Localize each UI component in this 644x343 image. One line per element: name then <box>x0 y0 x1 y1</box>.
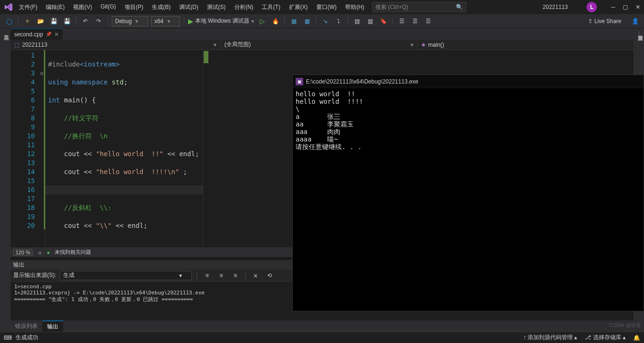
output-source-select[interactable]: 生成 <box>60 271 192 280</box>
zoom-select[interactable]: 120 % <box>13 249 33 256</box>
output-source-label: 显示输出来源(S): <box>13 271 56 279</box>
method-icon: ◈ <box>421 42 425 48</box>
menu-debug[interactable]: 调试(D) <box>177 2 200 12</box>
start-debug-button[interactable]: ▶ 本地 Windows 调试器 ▾ <box>188 17 254 25</box>
new-item-icon[interactable]: ✧ <box>22 16 33 26</box>
menu-help[interactable]: 帮助(H) <box>343 2 366 12</box>
menu-extensions[interactable]: 扩展(X) <box>287 2 310 12</box>
file-tab-second[interactable]: second.cpp 📌 ✕ <box>10 28 63 40</box>
maximize-button[interactable]: ▢ <box>623 4 628 10</box>
search-placeholder: 搜索 (Ctrl+Q) <box>375 3 408 11</box>
solution-name: 20221113 <box>543 4 568 10</box>
output-tab[interactable]: 输出 <box>42 320 63 332</box>
avatar[interactable]: L <box>586 2 597 12</box>
step-over-icon[interactable]: ⤵ <box>333 16 344 26</box>
tb-icon-3[interactable]: ☰ <box>396 16 407 26</box>
tb-icon-5[interactable]: ☰ <box>423 16 433 26</box>
scm-button[interactable]: ↑ 添加到源代码管理 ▴ <box>523 334 578 342</box>
comment-icon[interactable]: ▤ <box>352 16 362 26</box>
out-wrap-icon[interactable]: ⟲ <box>264 270 275 281</box>
errors-tab[interactable]: 错误列表 <box>10 320 42 332</box>
scroll-map[interactable] <box>203 50 209 247</box>
live-share-button[interactable]: ⇪ Live Share <box>588 18 621 25</box>
menu-analyze[interactable]: 分析(N) <box>232 2 256 12</box>
nav-function[interactable]: ◈main()▾ <box>418 40 644 50</box>
line-numbers: 1234567891011121314151617181920 <box>10 50 39 247</box>
menu-view[interactable]: 视图(V) <box>71 2 94 12</box>
title-bar: 文件(F) 编辑(E) 视图(V) Git(G) 项目(P) 生成(B) 调试(… <box>0 0 644 14</box>
file-close-icon[interactable]: ✕ <box>54 31 59 38</box>
status-bar: ⌨ 生成成功 ↑ 添加到源代码管理 ▴ ⎇ 选择存储库 ▴ 🔔 <box>0 332 644 343</box>
redo-icon[interactable]: ↷ <box>93 16 104 26</box>
window-controls: ─ ▢ ✕ <box>611 4 640 10</box>
search-box[interactable]: 搜索 (Ctrl+Q) 🔍 <box>372 2 466 12</box>
out-icon-3[interactable]: ≡ <box>230 270 240 281</box>
menu-window[interactable]: 窗口(W) <box>314 2 339 12</box>
bottom-tabs: 错误列表 输出 <box>10 320 644 332</box>
search-icon: 🔍 <box>456 4 463 10</box>
tb-icon-1[interactable]: ▦ <box>289 16 299 26</box>
out-icon-1[interactable]: ≡ <box>202 270 212 281</box>
repo-button[interactable]: ⎇ 选择存储库 ▴ <box>585 334 626 342</box>
check-icon: ● <box>47 250 50 255</box>
fold-column[interactable]: ⊟ <box>39 50 45 247</box>
console-output: hello world !! hello world !!!! \ a 张三 a… <box>293 88 644 311</box>
notification-icon[interactable]: 🔔 <box>633 335 640 341</box>
nav-bar: ⬚20221113▾ (全局范围)▾ ◈main()▾ <box>10 40 644 50</box>
hot-reload-icon[interactable]: 🔥 <box>270 16 281 26</box>
file-tabs: second.cpp 📌 ✕ <box>10 28 644 40</box>
nav-project[interactable]: ⬚20221113▾ <box>10 40 221 50</box>
menu-edit[interactable]: 编辑(E) <box>44 2 66 12</box>
play-icon: ▶ <box>188 17 193 25</box>
vs-logo-icon <box>4 2 13 12</box>
build-status: 生成成功 <box>16 334 38 342</box>
nav-back-icon[interactable]: ◯ <box>4 16 14 26</box>
close-button[interactable]: ✕ <box>636 4 640 10</box>
toolbar: ◯ ✧ 📂 💾 💾 ↶ ↷ Debug x64 ▶ 本地 Windows 调试器… <box>0 14 644 28</box>
nav-scope[interactable]: (全局范围)▾ <box>221 40 418 50</box>
save-all-icon[interactable]: 💾 <box>62 16 72 26</box>
platform-select[interactable]: x64 <box>151 16 180 26</box>
no-issues-label: 未找到相关问题 <box>55 249 91 256</box>
menu-test[interactable]: 测试(S) <box>205 2 228 12</box>
save-icon[interactable]: 💾 <box>49 16 59 26</box>
menu-tools[interactable]: 工具(T) <box>260 2 282 12</box>
watermark: CSDN @玫客 <box>610 322 641 329</box>
undo-icon[interactable]: ↶ <box>80 16 91 26</box>
out-clear-icon[interactable]: ⨯ <box>250 270 261 281</box>
menu-git[interactable]: Git(G) <box>99 2 118 12</box>
output-window-icon[interactable]: ⌨ <box>4 335 12 341</box>
uncomment-icon[interactable]: ▥ <box>365 16 375 26</box>
tb-icon-2[interactable]: ▦ <box>302 16 312 26</box>
out-icon-2[interactable]: ≡ <box>216 270 226 281</box>
toolbox-tab[interactable]: 工具箱 <box>0 28 10 332</box>
console-title-text: E:\code\20221113\x64\Debug\20221113.exe <box>306 78 418 85</box>
main-menu: 文件(F) 编辑(E) 视图(V) Git(G) 项目(P) 生成(B) 调试(… <box>17 2 366 12</box>
console-window[interactable]: ▣ E:\code\20221113\x64\Debug\20221113.ex… <box>292 75 644 311</box>
minimize-button[interactable]: ─ <box>611 4 615 10</box>
pin-icon[interactable]: 📌 <box>46 32 51 37</box>
menu-build[interactable]: 生成(B) <box>150 2 173 12</box>
feedback-icon[interactable]: 👤 <box>630 16 640 26</box>
menu-project[interactable]: 项目(P) <box>123 2 145 12</box>
play-no-debug-icon[interactable]: ▷ <box>257 16 267 26</box>
console-titlebar[interactable]: ▣ E:\code\20221113\x64\Debug\20221113.ex… <box>293 75 644 88</box>
tb-icon-4[interactable]: ☰ <box>410 16 420 26</box>
liveshare-icon: ⇪ <box>588 18 593 25</box>
code-text[interactable]: #include<iostream> using namespace std; … <box>45 50 203 247</box>
bookmark-icon[interactable]: 🔖 <box>378 16 388 26</box>
menu-file[interactable]: 文件(F) <box>17 2 39 12</box>
issues-icon[interactable]: ☼ <box>37 250 42 255</box>
step-into-icon[interactable]: ↘ <box>320 16 330 26</box>
config-select[interactable]: Debug <box>112 16 148 26</box>
console-app-icon: ▣ <box>296 78 303 85</box>
open-icon[interactable]: 📂 <box>35 16 46 26</box>
